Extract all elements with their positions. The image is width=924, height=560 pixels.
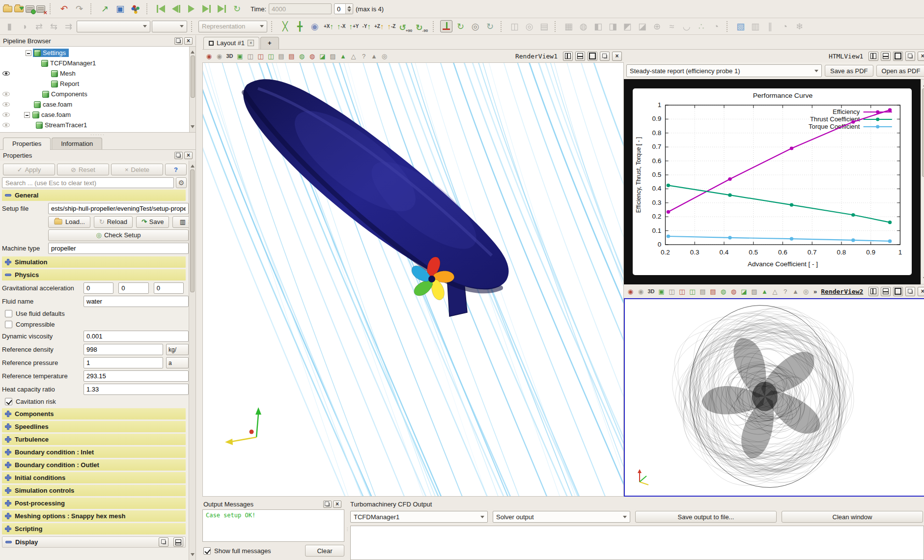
- toggle-interaction-mode-icon[interactable]: ◎: [801, 287, 811, 296]
- compressible-checkbox[interactable]: [5, 321, 12, 328]
- previous-frame-icon[interactable]: [169, 2, 183, 15]
- undock-icon[interactable]: [323, 501, 332, 508]
- pipeline-item-report[interactable]: Report: [0, 79, 189, 89]
- expand-icon[interactable]: [5, 259, 11, 265]
- connect-server-icon[interactable]: [26, 5, 34, 13]
- capture-screenshot-icon[interactable]: ◉: [636, 287, 645, 296]
- toolbar-grip[interactable]: [191, 21, 195, 32]
- split-horizontal-icon[interactable]: [868, 287, 878, 296]
- add-layout-tab[interactable]: +: [260, 37, 279, 49]
- hover-cells-icon[interactable]: ▨: [750, 287, 759, 296]
- scroll-thumb[interactable]: [922, 88, 924, 177]
- section-post-processing[interactable]: Post-processing: [2, 498, 186, 509]
- machine-type-input[interactable]: [48, 243, 189, 254]
- properties-scrollbar[interactable]: [189, 161, 196, 560]
- zoom-to-selection-icon[interactable]: ▲: [369, 52, 379, 61]
- expand-icon[interactable]: [5, 487, 11, 494]
- zoom-to-selection-icon[interactable]: ▲: [791, 287, 800, 296]
- last-frame-icon[interactable]: [215, 2, 228, 15]
- unit-select[interactable]: a: [166, 357, 189, 368]
- rotate-90-cw-icon[interactable]: ↻-90: [415, 20, 429, 33]
- close-icon[interactable]: [184, 37, 193, 45]
- show-full-messages-checkbox[interactable]: [203, 547, 211, 555]
- visibility-eye-icon[interactable]: [0, 102, 12, 107]
- load-state-icon[interactable]: ↗: [98, 2, 112, 15]
- time-input[interactable]: [269, 3, 332, 14]
- open-as-pdf-button[interactable]: Open as PDF: [876, 65, 924, 77]
- cavitation-risk-checkbox[interactable]: [5, 398, 12, 405]
- section-components[interactable]: Components: [2, 408, 186, 420]
- gravitational-acceleration-input[interactable]: [118, 282, 148, 294]
- dock-splitter[interactable]: ······: [0, 133, 196, 137]
- fluid-name-input[interactable]: [84, 296, 189, 307]
- close-view-icon[interactable]: [918, 52, 924, 61]
- redo-icon[interactable]: ↷: [73, 2, 86, 15]
- view-minus-x-icon[interactable]: ↑-X: [336, 20, 347, 33]
- help-button[interactable]: ?: [165, 164, 187, 175]
- select-points-on-icon[interactable]: ◫: [677, 287, 687, 296]
- select-points-through-icon[interactable]: ▤: [277, 52, 286, 61]
- expand-icon[interactable]: [5, 526, 11, 532]
- hover-cells-icon[interactable]: ▨: [328, 52, 337, 61]
- gravitational-acceleration-input[interactable]: [84, 282, 113, 294]
- report-scrollbar[interactable]: [921, 79, 924, 284]
- frame-spin-buttons[interactable]: [345, 4, 353, 14]
- toggle-2d-3d-icon[interactable]: 3D: [646, 287, 656, 296]
- grow-selection-icon[interactable]: ▲: [760, 287, 769, 296]
- collapse-icon[interactable]: [5, 541, 12, 543]
- next-frame-icon[interactable]: [200, 2, 213, 15]
- select-polygon-cells-icon[interactable]: ▤: [287, 52, 296, 61]
- spin-up-icon[interactable]: [347, 4, 351, 8]
- collapse-icon[interactable]: [5, 274, 11, 276]
- select-cells-on-icon[interactable]: ◫: [246, 52, 255, 61]
- toolbar-grip[interactable]: [433, 21, 436, 32]
- disconnect-server-icon[interactable]: [36, 5, 45, 13]
- split-horizontal-icon[interactable]: [868, 52, 878, 61]
- section-simulation[interactable]: Simulation: [2, 256, 186, 268]
- gravitational-acceleration-input[interactable]: [154, 282, 184, 294]
- expand-icon[interactable]: [5, 411, 11, 417]
- select-polygon-cells-icon[interactable]: ▤: [708, 287, 718, 296]
- expand-icon[interactable]: [5, 475, 11, 481]
- detach-view-icon[interactable]: [905, 52, 915, 61]
- shrink-selection-icon[interactable]: △: [770, 287, 780, 296]
- close-icon[interactable]: [333, 501, 341, 508]
- check-setup-button[interactable]: ◎Check Setup: [48, 229, 189, 241]
- toggle-2d-3d-icon[interactable]: 3D: [225, 52, 234, 61]
- split-horizontal-icon[interactable]: [563, 52, 573, 61]
- output-messages-log[interactable]: Case setup OK!: [202, 509, 344, 542]
- clear-button[interactable]: Clear: [305, 545, 344, 557]
- split-vertical-icon[interactable]: [881, 52, 891, 61]
- representation-select[interactable]: Representation: [198, 21, 267, 32]
- first-frame-icon[interactable]: [154, 2, 168, 15]
- select-block-icon[interactable]: ◍: [719, 287, 728, 296]
- pipeline-item-components[interactable]: Components: [0, 89, 189, 99]
- save-data-icon[interactable]: [14, 6, 24, 12]
- close-view-icon[interactable]: [918, 287, 924, 296]
- scroll-down-icon[interactable]: [191, 125, 195, 130]
- color-palette-icon[interactable]: ●: [129, 2, 142, 15]
- toolbar-overflow-chevron[interactable]: »: [812, 288, 819, 295]
- toolbar-grip[interactable]: [501, 21, 504, 32]
- scroll-up-icon[interactable]: [191, 163, 195, 168]
- reference-density-input[interactable]: [84, 344, 163, 355]
- renderview2-viewport[interactable]: [624, 298, 924, 497]
- expand-icon[interactable]: [5, 513, 11, 519]
- detach-view-icon[interactable]: [600, 52, 610, 61]
- toolbar-grip[interactable]: [727, 21, 730, 32]
- expand-icon[interactable]: [5, 462, 11, 468]
- shrink-selection-icon[interactable]: △: [349, 52, 358, 61]
- expand-icon[interactable]: [5, 436, 11, 443]
- undock-icon[interactable]: [174, 152, 183, 159]
- search-input[interactable]: [2, 177, 174, 188]
- pipeline-item-settings[interactable]: Settings: [0, 48, 189, 58]
- collapse-icon[interactable]: [5, 194, 11, 196]
- expand-icon[interactable]: [5, 423, 11, 430]
- save-screenshot-icon[interactable]: ▣: [657, 287, 666, 296]
- visibility-eye-icon[interactable]: [0, 123, 12, 127]
- visibility-eye-icon[interactable]: [0, 71, 12, 76]
- select-points-on-icon[interactable]: ◫: [256, 52, 265, 61]
- color-by-select[interactable]: [77, 21, 150, 32]
- undock-icon[interactable]: [174, 37, 183, 45]
- toolbar-grip[interactable]: [90, 3, 94, 14]
